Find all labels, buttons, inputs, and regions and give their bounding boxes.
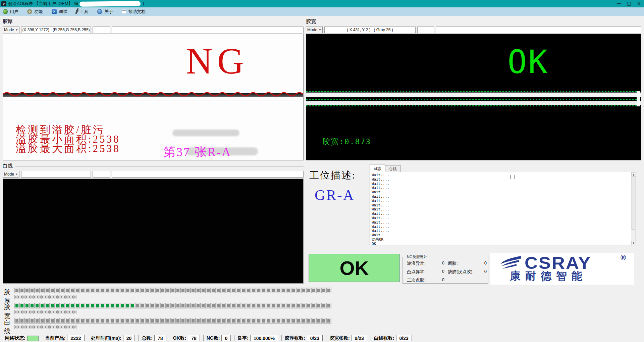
grid-cell [221,303,225,308]
window-title: 侧涂AOI程序 【当前用户: OEM】 编 [8,1,78,7]
grid-cell [110,318,115,323]
grid-cell [141,318,145,323]
jiaohou-image-view[interactable]: NG 检测到溢胶/脏污 溢胶最小面积:2538 溢胶最大面积:2538 第37 … [3,34,304,160]
log-line: Wait.... [372,207,631,212]
grid-cell [47,325,49,329]
grid-cell [196,318,200,323]
grid-cell [50,318,54,323]
baixian-mode-dropdown[interactable]: Mode ▼ [3,171,19,178]
grid-cell [271,303,276,308]
chevron-down-icon: ▼ [15,29,18,32]
menu-item-user[interactable]: 用户 [3,9,18,15]
scroll-down-icon[interactable]: ▼ [631,241,636,245]
jiaokuan-image-view[interactable]: OK 胶宽:0.873 [306,34,641,160]
grid-cell [71,325,73,329]
jiaohou-field-2[interactable] [93,27,110,33]
grid-cell [40,318,44,323]
overall-result-button[interactable]: OK [309,254,400,282]
grid-cell [276,303,281,308]
log-scrollbar[interactable]: ▲ ▼ [631,172,636,245]
grid-cell [141,303,145,308]
menu-item-tools[interactable]: 工具 [76,9,89,15]
status-value-current-product: 2222 [67,335,84,341]
menu-item-about[interactable]: 关于 [97,9,113,15]
ng-stat-label: 二次点胶: [407,277,426,283]
log-checkbox[interactable] [511,175,515,179]
grid-rows [15,318,332,336]
grid-cell [322,303,326,308]
menu-item-label: 用户 [10,9,18,15]
grid-group-baixian: 白线 [0,318,332,336]
grid-cell [181,288,185,293]
baixian-field-2[interactable] [93,171,110,178]
minimize-button[interactable]: — [614,0,624,7]
grid-cell [45,318,49,323]
grid-cell [15,295,17,299]
menu-item-help[interactable]: 帮助文档 [122,9,146,15]
grid-cell [80,303,85,308]
grid-cell [201,318,205,323]
jiaokuan-field-3[interactable] [436,27,641,33]
close-button[interactable]: × [634,0,644,7]
baixian-field-1[interactable] [21,171,91,178]
grid-cell [286,303,291,308]
grid-cell [216,288,220,293]
status-label-total-count: 总数: [142,335,153,341]
log-line: Wait.... [372,221,631,225]
menu-item-function[interactable]: 功能 [27,9,43,15]
grid-cell [34,310,36,314]
mode-label: Mode [307,28,317,32]
grid-cell [60,303,64,308]
jiaokuan-field-2[interactable] [417,27,434,33]
grid-cell [50,310,52,314]
grid-cell [181,318,185,323]
grid-cell [65,303,69,308]
grid-cell [297,303,301,308]
grid-cell [286,318,291,323]
grid-cell [115,303,120,308]
jiaohou-pixel-info-field[interactable]: (X 398,Y 1272) : (R 255,G 255,B 255) [21,27,91,33]
status-value-process-time: 20 [123,335,135,341]
ng-statistics-title: NG类型统计 [406,254,429,259]
jiaokuan-mode-dropdown[interactable]: Mode ▼ [306,27,323,33]
baixian-field-3[interactable] [112,171,304,178]
scroll-up-icon[interactable]: ▲ [631,172,636,177]
jiaohou-mode-dropdown[interactable]: Mode ▼ [3,27,19,33]
mode-label: Mode [4,28,14,32]
menu-item-debug[interactable]: ✕调试 [52,9,67,15]
separator [234,335,234,341]
log-line: Wait.... [372,173,631,178]
jiaokuan-pixel-info-field[interactable]: ( X 431, Y 2 ) : ( Gray 25 ) [324,27,416,33]
grid-cell [216,318,220,323]
station-description-label: 工位描述: [309,169,356,182]
grid-cell [44,325,47,329]
grid-cell [95,303,100,308]
scrollbar-thumb[interactable] [632,177,635,230]
tab-heartbeat[interactable]: 心跳 [385,165,400,172]
grid-cell [58,310,60,314]
divider [15,22,304,22]
grid-cell [60,295,63,299]
grid-cell [191,288,195,293]
grid-cell [71,295,73,299]
grid-cell [45,288,49,293]
jiaokuan-result-text: OK [507,43,549,81]
grid-cell [63,325,65,329]
grid-cell [35,318,39,323]
jiaohou-field-3[interactable] [112,27,304,33]
grid-cell [50,303,54,308]
baixian-image-view[interactable] [3,179,304,284]
status-label-yield-rate: 良率: [237,335,249,341]
edge-detection-marks [306,91,641,92]
tab-log[interactable]: 日志 [370,164,385,172]
grid-cell [322,318,326,323]
log-line: Wait.... [372,178,631,182]
grid-cell [110,303,115,308]
grid-cell [80,318,85,323]
grid-cell [307,288,311,293]
grid-cell [36,295,39,299]
maximize-button[interactable]: ▢ [624,0,634,7]
grid-cell [327,288,331,293]
divider [319,22,641,22]
grid-cell [35,303,39,308]
